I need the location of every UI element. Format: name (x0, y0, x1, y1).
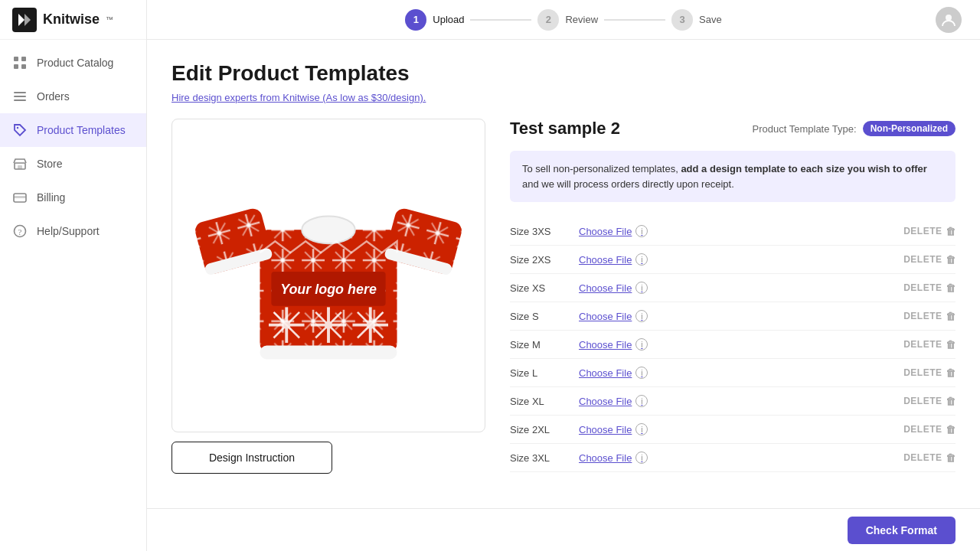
step-3-circle: 3 (671, 9, 693, 31)
user-avatar[interactable] (936, 7, 962, 33)
svg-rect-12 (18, 165, 22, 169)
delete-button-1[interactable]: DELETE 🗑 (903, 254, 956, 266)
trash-icon-3: 🗑 (946, 311, 956, 322)
right-panel: Test sample 2 Product Template Type: Non… (510, 119, 956, 472)
info-icon-8[interactable]: i (635, 452, 648, 464)
svg-rect-3 (14, 57, 18, 61)
trash-icon-7: 🗑 (946, 424, 956, 435)
sidebar-item-billing[interactable]: Billing (0, 181, 146, 214)
trash-icon-2: 🗑 (946, 282, 956, 294)
info-icon-1[interactable]: i (635, 253, 648, 266)
info-icon-4[interactable]: i (635, 338, 648, 350)
step-3-label: Save (699, 14, 722, 25)
choose-file-link-3[interactable]: Choose File i (579, 310, 648, 322)
delete-button-4[interactable]: DELETE 🗑 (903, 339, 956, 350)
svg-rect-9 (14, 99, 26, 101)
trash-icon-1: 🗑 (946, 254, 956, 266)
choose-file-link-5[interactable]: Choose File i (579, 367, 648, 379)
size-label: Size 2XL (510, 424, 579, 435)
delete-button-5[interactable]: DELETE 🗑 (903, 367, 956, 379)
info-icon-2[interactable]: i (635, 282, 648, 294)
design-instruction-button[interactable]: Design Instruction (172, 442, 332, 474)
size-label: Size 2XS (510, 254, 579, 266)
delete-button-2[interactable]: DELETE 🗑 (903, 282, 956, 294)
svg-rect-14 (14, 196, 26, 198)
main-content: 1 Upload 2 Review 3 Save (147, 0, 980, 551)
choose-file-link-7[interactable]: Choose File i (579, 423, 648, 435)
trash-icon-6: 🗑 (946, 396, 956, 407)
sidebar-item-store[interactable]: Store (0, 147, 146, 181)
trash-icon-0: 🗑 (946, 226, 956, 237)
check-format-button[interactable]: Check Format (848, 517, 956, 544)
size-row: Size 3XS Choose File i DELETE 🗑 (510, 217, 956, 246)
svg-rect-5 (14, 64, 18, 69)
sizes-list: Size 3XS Choose File i DELETE 🗑 Size 2XS… (510, 217, 956, 472)
size-row: Size 2XS Choose File i DELETE 🗑 (510, 246, 956, 274)
step-1-circle: 1 (405, 9, 426, 31)
delete-button-8[interactable]: DELETE 🗑 (903, 452, 956, 464)
info-icon-6[interactable]: i (635, 395, 648, 407)
size-row: Size L Choose File i DELETE 🗑 (510, 359, 956, 387)
step-line-2 (604, 19, 665, 21)
svg-point-10 (17, 127, 18, 129)
sweater-preview: Your logo here (172, 119, 485, 432)
info-icon-7[interactable]: i (635, 423, 648, 435)
svg-rect-4 (21, 57, 26, 61)
trash-icon-8: 🗑 (946, 452, 956, 464)
step-1: 1 Upload (405, 9, 464, 31)
step-2-label: Review (565, 14, 598, 25)
size-label: Size XS (510, 282, 579, 294)
delete-button-6[interactable]: DELETE 🗑 (903, 396, 956, 407)
logo: Knitwise™ (0, 0, 146, 40)
svg-point-47 (367, 321, 374, 329)
size-label: Size M (510, 339, 579, 350)
choose-file-link-6[interactable]: Choose File i (579, 395, 648, 407)
sidebar-item-product-catalog[interactable]: Product Catalog (0, 46, 146, 80)
svg-rect-7 (14, 92, 26, 93)
size-row: Size 2XL Choose File i DELETE 🗑 (510, 416, 956, 444)
logo-icon (12, 8, 37, 32)
size-row: Size 3XL Choose File i DELETE 🗑 (510, 444, 956, 472)
svg-point-27 (302, 216, 355, 243)
delete-label-6: DELETE (903, 396, 942, 406)
hire-link[interactable]: Hire design experts from Knitwise (As lo… (172, 92, 956, 103)
info-text-bold: add a design template to each size you w… (678, 163, 927, 174)
delete-button-7[interactable]: DELETE 🗑 (903, 424, 956, 435)
store-icon (12, 156, 28, 171)
svg-rect-30 (260, 346, 397, 360)
sidebar-label-product-templates: Product Templates (37, 124, 126, 136)
size-label: Size S (510, 311, 579, 322)
info-icon-5[interactable]: i (635, 367, 648, 379)
content-area: Edit Product Templates Hire design exper… (147, 40, 980, 508)
sidebar-item-product-templates[interactable]: Product Templates (0, 113, 146, 147)
product-name: Test sample 2 (510, 119, 620, 139)
sidebar-item-help[interactable]: ? Help/Support (0, 214, 146, 248)
delete-button-3[interactable]: DELETE 🗑 (903, 311, 956, 322)
sweater-svg: Your logo here (172, 119, 485, 432)
svg-text:Your logo here: Your logo here (280, 282, 377, 297)
trash-icon-4: 🗑 (946, 339, 956, 350)
sidebar-label-product-catalog: Product Catalog (37, 57, 113, 69)
svg-point-42 (325, 321, 332, 329)
svg-rect-8 (14, 96, 26, 97)
choose-file-link-1[interactable]: Choose File i (579, 253, 648, 266)
sidebar-item-orders[interactable]: Orders (0, 80, 146, 113)
choose-file-link-8[interactable]: Choose File i (579, 452, 648, 464)
bottom-bar: Check Format (147, 508, 980, 551)
user-icon (941, 12, 956, 28)
content-grid: Your logo here (172, 119, 956, 474)
info-text-1: To sell non-personalized templates, (522, 163, 678, 174)
info-icon-0[interactable]: i (635, 225, 648, 237)
svg-text:?: ? (18, 227, 22, 236)
left-panel: Your logo here (172, 119, 485, 474)
choose-file-link-4[interactable]: Choose File i (579, 338, 648, 350)
choose-file-link-2[interactable]: Choose File i (579, 282, 648, 294)
billing-icon (12, 190, 28, 205)
sidebar: Knitwise™ Product Catalog Orders Product… (0, 0, 147, 551)
delete-button-0[interactable]: DELETE 🗑 (903, 226, 956, 237)
size-row: Size XS Choose File i DELETE 🗑 (510, 274, 956, 302)
sidebar-label-orders: Orders (37, 90, 70, 103)
choose-file-link-0[interactable]: Choose File i (579, 225, 648, 237)
info-icon-3[interactable]: i (635, 310, 648, 322)
help-icon: ? (12, 223, 28, 239)
